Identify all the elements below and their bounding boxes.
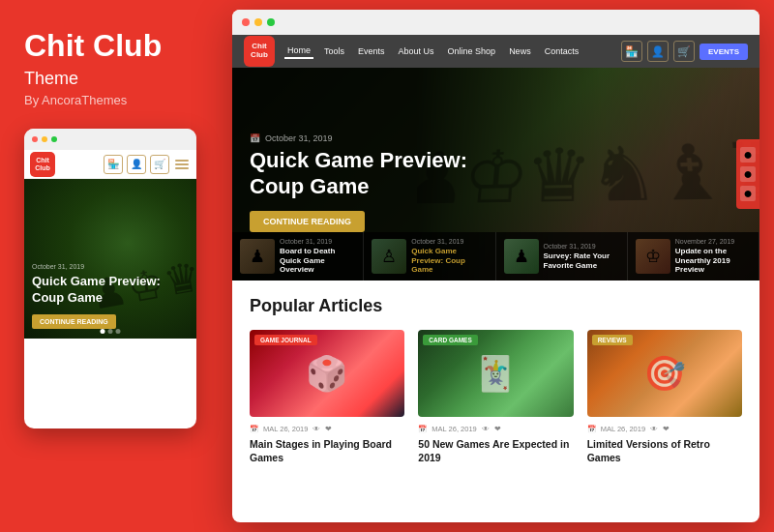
article-badge-1: GAME JOURNAL — [254, 335, 317, 345]
mobile-hero-title: Quick Game Preview: Coup Game — [32, 274, 189, 307]
sidebar-dot-1[interactable]: ● — [740, 147, 756, 163]
nav-link-contacts[interactable]: Contacts — [542, 44, 582, 58]
thumb-title-3: Survey: Rate Your Favorite Game — [544, 251, 619, 270]
articles-grid: GAME JOURNAL 🎲 📅 MAL 26, 2019 👁 ❤ Main S… — [250, 330, 742, 464]
thumb-text-3: October 31, 2019 Survey: Rate Your Favor… — [544, 243, 619, 270]
mobile-nav-dot-3[interactable] — [116, 329, 121, 334]
mobile-shop-icon[interactable]: 🏪 — [104, 155, 123, 174]
thumb-text-4: November 27, 2019 Update on the Unearthl… — [675, 238, 751, 275]
thumb-img-4: ♔ — [636, 239, 670, 274]
thumbnail-2[interactable]: ♙ October 31, 2019 Quick Game Preview: C… — [364, 232, 495, 281]
sidebar-dot-2[interactable]: ● — [740, 166, 756, 182]
brand-by: By AncoraThemes — [24, 93, 198, 107]
nav-user-icon[interactable]: 👤 — [647, 41, 669, 62]
hero-read-more-button[interactable]: CONTINUE READING — [250, 211, 365, 232]
article-badge-3: REVIEWS — [592, 335, 633, 345]
thumbnail-1[interactable]: ♟ October 31, 2019 Board to Death Quick … — [232, 232, 364, 281]
nav-link-shop[interactable]: Online Shop — [445, 44, 499, 58]
eye-icon-1: 👁 — [313, 425, 320, 433]
nav-link-tools[interactable]: Tools — [321, 44, 347, 58]
desktop-sidebar-dots: ● ● ● — [736, 139, 759, 209]
mobile-nav: ChitClub 🏪 👤 🛒 — [24, 150, 196, 179]
mobile-nav-dot-2[interactable] — [108, 329, 113, 334]
hero-date: 📅 October 31, 2019 — [250, 133, 482, 143]
desktop-mockup: ChitClub Home Tools Events About Us Onli… — [232, 10, 759, 522]
calendar-icon-2: 📅 — [418, 425, 427, 433]
mobile-dot-red — [32, 136, 38, 142]
mobile-read-more-button[interactable]: CONTINUE READING — [32, 314, 116, 329]
article-title-2: 50 New Games Are Expected in 2019 — [418, 437, 573, 464]
thumb-img-2: ♙ — [372, 239, 406, 274]
article-card-2[interactable]: CARD GAMES 🃏 📅 MAL 26, 2019 👁 ❤ 50 New G… — [418, 330, 573, 464]
nav-cart-icon[interactable]: 🛒 — [673, 41, 695, 62]
mobile-cart-icon[interactable]: 🛒 — [150, 155, 169, 174]
article-title-1: Main Stages in Playing Board Games — [250, 437, 404, 464]
like-icon-3: ❤ — [663, 425, 670, 433]
events-button[interactable]: EVENTS — [700, 44, 748, 60]
thumb-title-4: Update on the Unearthly 2019 Preview — [675, 247, 751, 275]
mobile-dots-nav — [101, 329, 121, 334]
thumb-img-3: ♟ — [504, 239, 539, 274]
hero-content: 📅 October 31, 2019 Quick Game Preview: C… — [250, 133, 482, 232]
mobile-nav-dot-1[interactable] — [101, 329, 105, 334]
desktop-nav-right: 🏪 👤 🛒 EVENTS — [621, 41, 748, 62]
desktop-nav-links: Home Tools Events About Us Online Shop N… — [284, 44, 621, 59]
nav-link-about[interactable]: About Us — [396, 44, 437, 58]
nav-link-events[interactable]: Events — [355, 44, 388, 58]
desktop-top-bar — [232, 10, 759, 35]
like-icon-2: ❤ — [494, 425, 501, 433]
thumb-date-2: October 31, 2019 — [411, 238, 487, 245]
article-decoration-3: 🎯 — [643, 354, 686, 394]
article-card-1[interactable]: GAME JOURNAL 🎲 📅 MAL 26, 2019 👁 ❤ Main S… — [250, 330, 404, 464]
article-img-1: GAME JOURNAL 🎲 — [250, 330, 404, 417]
mobile-dot-yellow — [42, 136, 47, 142]
thumb-date-1: October 31, 2019 — [280, 238, 355, 245]
eye-icon-2: 👁 — [482, 425, 490, 433]
desktop-dot-green — [267, 18, 275, 26]
thumbnail-4[interactable]: ♔ November 27, 2019 Update on the Uneart… — [628, 232, 759, 281]
article-meta-3: 📅 MAL 26, 2019 👁 ❤ — [587, 425, 742, 433]
article-badge-2: CARD GAMES — [423, 335, 477, 345]
mobile-hamburger-button[interactable] — [173, 158, 191, 171]
article-decoration-1: 🎲 — [306, 354, 348, 394]
mobile-user-icon[interactable]: 👤 — [127, 155, 146, 174]
mobile-top-bar — [24, 129, 196, 150]
eye-icon-3: 👁 — [650, 425, 658, 433]
articles-section-title: Popular Articles — [250, 296, 742, 316]
sidebar-dot-3[interactable]: ● — [740, 186, 756, 201]
desktop-hero: ♟♔♛♞♝♜ 📅 October 31, 2019 Quick Game Pre… — [232, 68, 759, 281]
thumb-date-3: October 31, 2019 — [544, 243, 619, 250]
mobile-hero: ♟♔♛ October 31, 2019 Quick Game Preview:… — [24, 179, 196, 339]
desktop-dot-red — [242, 18, 250, 26]
article-decoration-2: 🃏 — [474, 354, 517, 394]
hero-title: Quick Game Preview: Coup Game — [250, 148, 482, 199]
mobile-hero-date: October 31, 2019 — [32, 263, 189, 270]
thumb-text-2: October 31, 2019 Quick Game Preview: Cou… — [411, 238, 487, 275]
mobile-dot-green — [51, 136, 57, 142]
nav-link-home[interactable]: Home — [284, 44, 313, 59]
article-meta-1: 📅 MAL 26, 2019 👁 ❤ — [250, 425, 404, 433]
thumb-date-4: November 27, 2019 — [675, 238, 751, 245]
brand-subtitle: Theme — [24, 69, 198, 89]
desktop-dot-yellow — [254, 18, 262, 26]
desktop-logo: ChitClub — [244, 36, 275, 67]
nav-link-news[interactable]: News — [506, 44, 534, 58]
mobile-nav-icons: 🏪 👤 🛒 — [104, 155, 191, 174]
nav-shop-icon[interactable]: 🏪 — [621, 41, 642, 62]
article-card-3[interactable]: REVIEWS 🎯 📅 MAL 26, 2019 👁 ❤ Limited Ver… — [587, 330, 742, 464]
article-date-1: MAL 26, 2019 — [263, 425, 308, 433]
mobile-mockup: ChitClub 🏪 👤 🛒 ♟♔♛ October 31, 2019 Quic… — [24, 129, 196, 429]
hero-thumbnails: ♟ October 31, 2019 Board to Death Quick … — [232, 232, 759, 281]
like-icon-1: ❤ — [325, 425, 332, 433]
article-title-3: Limited Versions of Retro Games — [587, 437, 742, 464]
article-date-2: MAL 26, 2019 — [432, 425, 476, 433]
calendar-icon-3: 📅 — [587, 425, 596, 433]
thumbnail-3[interactable]: ♟ October 31, 2019 Survey: Rate Your Fav… — [496, 232, 628, 281]
article-meta-2: 📅 MAL 26, 2019 👁 ❤ — [418, 425, 573, 433]
article-date-3: MAL 26, 2019 — [601, 425, 645, 433]
brand-title: Chit Club — [24, 29, 198, 63]
article-img-3: REVIEWS 🎯 — [587, 330, 742, 417]
thumb-title-2: Quick Game Preview: Coup Game — [411, 247, 487, 275]
left-panel: Chit Club Theme By AncoraThemes ChitClub… — [0, 0, 223, 532]
calendar-icon: 📅 — [250, 133, 260, 143]
